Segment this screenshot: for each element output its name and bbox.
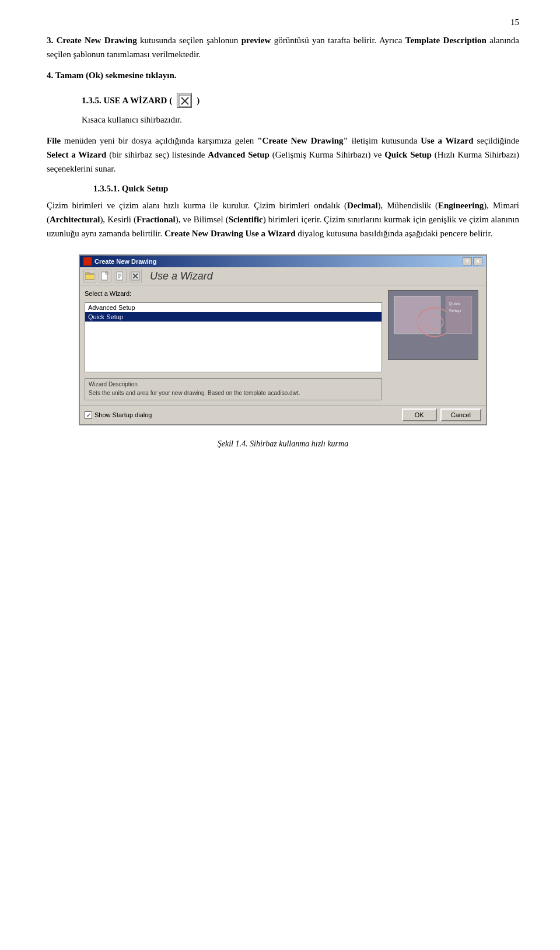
paragraph-1: 3. Create New Drawing kutusunda seçilen … [47, 33, 519, 61]
wizard-header-text: Use a Wizard [150, 270, 213, 282]
dialog-toolbar: Use a Wizard [80, 267, 486, 285]
svg-rect-5 [85, 274, 94, 280]
create-new-drawing-dialog: Create New Drawing ? ✕ [79, 254, 487, 425]
template-file-icon[interactable] [114, 270, 127, 282]
svg-text:Setup: Setup [449, 308, 461, 313]
preview-box: Quick Setup [388, 290, 478, 360]
dialog-title: Create New Drawing [94, 258, 156, 265]
wizard-dialog-icon[interactable] [129, 270, 142, 282]
paragraph-4: Çizim birimleri ve çizim alanı hızlı kur… [47, 198, 519, 240]
wizard-toolbar-icon [177, 93, 192, 108]
close-button[interactable]: ✕ [473, 257, 482, 266]
figure-caption: Şekil 1.4. Sihirbaz kullanma hızlı kurma [47, 439, 519, 449]
dialog-right-panel: Quick Setup [388, 290, 481, 400]
paragraph-3: File menüden yeni bir dosya açıldığında … [47, 134, 519, 176]
section-135-suffix: ) [197, 96, 200, 106]
titlebar-controls[interactable]: ? ✕ [463, 257, 482, 266]
list-item-advanced-setup[interactable]: Advanced Setup [85, 303, 382, 312]
show-startup-checkbox[interactable]: ✓ [85, 411, 92, 419]
new-file-icon[interactable] [99, 270, 111, 282]
wizard-description-text: Sets the units and area for your new dra… [89, 389, 378, 397]
select-wizard-label: Select a Wizard: [85, 290, 382, 297]
svg-text:Quick: Quick [449, 301, 461, 306]
paragraph-2: 4. Tamam (Ok) sekmesine tıklayın. [47, 68, 519, 82]
open-folder-icon[interactable] [83, 270, 96, 282]
help-button[interactable]: ? [463, 257, 472, 266]
titlebar-left: Create New Drawing [83, 257, 156, 266]
page-number: 15 [47, 18, 519, 27]
dialog-titlebar: Create New Drawing ? ✕ [80, 256, 486, 267]
dialog-left-panel: Select a Wizard: Advanced Setup Quick Se… [85, 290, 382, 400]
section-135-heading: 1.3.5. USE A WİZARD ( ) [82, 93, 519, 108]
wizard-description-label: Wizard Description [89, 381, 378, 387]
dialog-footer: ✓ Show Startup dialog OK Cancel [80, 405, 486, 424]
checkbox-area[interactable]: ✓ Show Startup dialog [85, 411, 398, 419]
cancel-button[interactable]: Cancel [440, 408, 481, 421]
list-item-quick-setup[interactable]: Quick Setup [85, 312, 382, 322]
ok-button[interactable]: OK [402, 408, 437, 421]
wizard-listbox[interactable]: Advanced Setup Quick Setup [85, 302, 382, 372]
section-135-subtext: Kısaca kullanıcı sihirbazıdır. [82, 113, 519, 127]
wizard-description-group: Wizard Description Sets the units and ar… [85, 378, 382, 400]
subsection-1351-heading: OK 1.3.5.1. Quick Setup [93, 184, 519, 194]
dialog-body: Select a Wizard: Advanced Setup Quick Se… [80, 285, 486, 405]
dialog-app-icon [83, 257, 92, 266]
section-135-label: 1.3.5. USE A WİZARD ( [82, 96, 172, 106]
show-startup-label: Show Startup dialog [94, 411, 152, 418]
